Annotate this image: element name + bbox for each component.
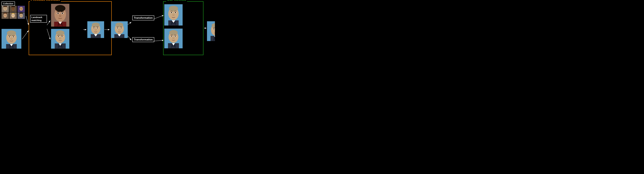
svg-point-88 [121, 27, 122, 28]
svg-point-42 [7, 30, 16, 36]
main-scene: Collection [0, 0, 215, 58]
svg-point-33 [12, 15, 13, 15]
svg-point-67 [58, 36, 59, 37]
svg-point-57 [62, 13, 63, 14]
svg-point-37 [20, 15, 21, 15]
svg-point-78 [94, 27, 94, 28]
svg-point-46 [13, 36, 14, 37]
svg-point-79 [97, 27, 98, 28]
svg-line-9 [154, 15, 164, 19]
svg-point-118 [213, 28, 214, 29]
svg-point-18 [12, 7, 15, 11]
svg-point-13 [3, 6, 7, 11]
svg-point-45 [9, 36, 10, 37]
svg-rect-21 [12, 6, 15, 7]
svg-rect-16 [3, 6, 7, 7]
transformation-2-label: Transformation [132, 37, 154, 42]
result-face-prev [87, 21, 104, 38]
svg-point-97 [175, 12, 176, 13]
final-output-face [207, 21, 215, 41]
svg-point-20 [14, 8, 14, 9]
svg-point-53 [55, 5, 66, 12]
collection-face-5 [10, 12, 17, 19]
collection-faces [2, 6, 25, 25]
svg-point-56 [57, 13, 59, 14]
svg-point-75 [92, 23, 100, 27]
svg-line-4 [22, 30, 29, 39]
collection-label: Collection [3, 2, 14, 5]
target-face [2, 29, 21, 49]
svg-point-36 [20, 13, 23, 17]
svg-point-15 [6, 8, 6, 8]
svg-point-34 [14, 15, 14, 15]
svg-line-1 [26, 16, 29, 25]
our-method-input-face [111, 21, 128, 38]
svg-point-14 [4, 8, 5, 8]
svg-point-108 [175, 36, 176, 37]
svg-point-32 [12, 13, 15, 17]
our-method-face-top [164, 4, 182, 25]
collection-face-1 [2, 6, 9, 12]
our-method-label: Our method [166, 0, 187, 2]
svg-point-93 [169, 6, 178, 11]
svg-rect-30 [3, 13, 7, 14]
previous-methods-label: Previous methods [30, 0, 61, 2]
svg-point-29 [6, 15, 6, 15]
svg-point-64 [56, 30, 64, 35]
svg-rect-39 [20, 13, 23, 14]
svg-point-68 [62, 36, 63, 37]
svg-point-84 [116, 23, 123, 27]
svg-point-28 [4, 15, 5, 15]
landmark-matching-label: Landmark matching [30, 15, 47, 23]
face-grid [2, 6, 25, 19]
collection-face-4 [2, 12, 9, 19]
svg-point-38 [22, 15, 22, 15]
svg-line-10 [154, 40, 164, 41]
collection-face-6 [18, 12, 25, 19]
transformation-1-label: Transformation [132, 15, 154, 20]
orange-box-face-bottom [51, 29, 69, 49]
svg-point-96 [171, 12, 172, 13]
svg-point-19 [12, 8, 13, 9]
collection-face-3 [18, 6, 25, 12]
svg-point-25 [22, 8, 22, 9]
svg-point-87 [117, 27, 118, 28]
collection-face-2 [10, 6, 17, 12]
svg-point-24 [20, 8, 21, 9]
orange-box-face-top [51, 4, 69, 27]
svg-point-23 [20, 7, 23, 11]
svg-point-104 [169, 30, 178, 35]
our-method-face-bottom [164, 29, 182, 48]
collection-box: Collection [2, 1, 15, 6]
svg-point-27 [4, 13, 7, 17]
svg-point-107 [171, 36, 172, 37]
